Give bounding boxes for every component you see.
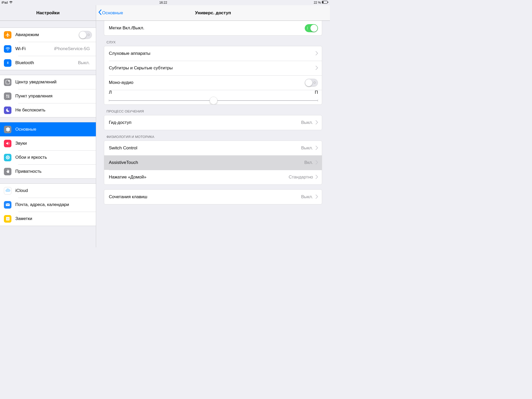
flower-icon bbox=[4, 154, 11, 161]
row-mono[interactable]: Моно-аудио bbox=[104, 75, 322, 90]
detail-title: Универс. доступ bbox=[96, 10, 330, 16]
row-labels[interactable]: Метки Вкл./Выкл. bbox=[104, 21, 322, 35]
sidebar-item-label: Авиарежим bbox=[15, 32, 79, 37]
detail-pane: Основные Универс. доступ Метки Вкл./Выкл… bbox=[96, 5, 330, 247]
audio-balance-slider-cell: ЛП bbox=[104, 90, 322, 104]
control-icon bbox=[4, 92, 11, 100]
sidebar-item-label: Центр уведомлений bbox=[15, 79, 92, 85]
sidebar-title: Настройки bbox=[0, 10, 96, 16]
row-label: Switch Control bbox=[109, 145, 301, 151]
sidebar-item-label: iCloud bbox=[15, 188, 92, 193]
sidebar-item-label: Пункт управления bbox=[15, 94, 92, 99]
sidebar-item-general[interactable]: Основные bbox=[0, 122, 96, 136]
svg-point-5 bbox=[6, 95, 8, 96]
row-subtitles[interactable]: Субтитры и Скрытые субтитры bbox=[104, 61, 322, 75]
sidebar-item-wallpaper[interactable]: Обои и яркость bbox=[0, 150, 96, 164]
row-switch[interactable]: Switch ControlВыкл. bbox=[104, 141, 322, 155]
row-guided[interactable]: Гид-доступВыкл. bbox=[104, 115, 322, 130]
sidebar-item-notif[interactable]: Центр уведомлений bbox=[0, 75, 96, 89]
row-label: Слуховые аппараты bbox=[109, 51, 315, 56]
row-home[interactable]: Нажатие «Домой»Стандартно bbox=[104, 170, 322, 184]
svg-point-13 bbox=[9, 157, 10, 158]
gear-icon bbox=[4, 126, 11, 133]
labels-toggle[interactable] bbox=[305, 24, 318, 32]
device-label: iPad bbox=[2, 1, 8, 4]
sidebar-item-dnd[interactable]: Не беспокоить bbox=[0, 103, 96, 117]
sidebar-item-bluetooth[interactable]: BluetoothВыкл. bbox=[0, 56, 96, 70]
balance-left-label: Л bbox=[109, 90, 112, 95]
row-value: Выкл. bbox=[301, 194, 313, 200]
chevron-right-icon bbox=[316, 50, 318, 57]
row-label: Моно-аудио bbox=[109, 80, 305, 85]
svg-rect-2 bbox=[328, 2, 328, 3]
row-label: Субтитры и Скрытые субтитры bbox=[109, 65, 315, 71]
back-button[interactable]: Основные bbox=[96, 9, 123, 16]
row-value: Выкл. bbox=[301, 145, 313, 151]
sidebar-item-label: Почта, адреса, календари bbox=[15, 202, 92, 207]
row-label: Сочетания клавиш bbox=[109, 194, 301, 200]
chevron-right-icon bbox=[316, 145, 318, 151]
battery-percent: 22 % bbox=[314, 1, 321, 4]
notif-icon bbox=[4, 78, 11, 86]
sidebar-item-control[interactable]: Пункт управления bbox=[0, 89, 96, 103]
row-value: Стандартно bbox=[289, 175, 313, 180]
settings-sidebar: Настройки АвиарежимWi-FiiPhoneService-5G… bbox=[0, 5, 96, 247]
airplane-icon bbox=[4, 31, 11, 39]
svg-point-12 bbox=[6, 157, 7, 158]
slider-thumb[interactable] bbox=[210, 97, 217, 104]
row-label: Метки Вкл./Выкл. bbox=[109, 25, 305, 31]
sidebar-item-label: Основные bbox=[15, 127, 92, 132]
sidebar-item-privacy[interactable]: Приватность bbox=[0, 164, 96, 178]
sidebar-item-notes[interactable]: Заметки bbox=[0, 212, 96, 226]
sidebar-item-icloud[interactable]: iCloud bbox=[0, 184, 96, 198]
sidebar-item-value: iPhoneService-5G bbox=[54, 46, 90, 51]
sidebar-scroll[interactable]: АвиарежимWi-FiiPhoneService-5GBluetoothВ… bbox=[0, 21, 96, 247]
sidebar-item-label: Не беспокоить bbox=[15, 108, 92, 113]
mail-icon bbox=[4, 201, 11, 209]
svg-point-11 bbox=[7, 158, 8, 159]
sidebar-item-airplane[interactable]: Авиарежим bbox=[0, 28, 96, 42]
mono-toggle[interactable] bbox=[305, 79, 318, 87]
detail-scroll[interactable]: Метки Вкл./Выкл.СЛУХСлуховые аппаратыСуб… bbox=[96, 21, 330, 247]
wifi-status-icon bbox=[9, 1, 13, 4]
clock: 16:22 bbox=[13, 1, 314, 4]
row-shortcut[interactable]: Сочетания клавишВыкл. bbox=[104, 190, 322, 204]
chevron-right-icon bbox=[316, 119, 318, 126]
airplane-toggle[interactable] bbox=[79, 31, 92, 39]
svg-point-4 bbox=[8, 80, 9, 82]
chevron-right-icon bbox=[316, 159, 318, 166]
sidebar-item-wifi[interactable]: Wi-FiiPhoneService-5G bbox=[0, 42, 96, 56]
sidebar-item-label: Приватность bbox=[15, 169, 92, 174]
cloud-icon bbox=[4, 187, 11, 195]
speaker-icon bbox=[4, 140, 11, 147]
sidebar-item-label: Заметки bbox=[15, 216, 92, 221]
chevron-right-icon bbox=[316, 174, 318, 181]
detail-navbar: Основные Универс. доступ bbox=[96, 5, 330, 21]
svg-point-14 bbox=[6, 156, 7, 157]
sidebar-item-sounds[interactable]: Звуки bbox=[0, 136, 96, 150]
moon-icon bbox=[4, 107, 11, 114]
balance-right-label: П bbox=[315, 90, 318, 95]
hand-icon bbox=[4, 168, 11, 175]
row-label: Гид-доступ bbox=[109, 120, 301, 125]
chevron-right-icon bbox=[316, 194, 318, 200]
sidebar-item-label: Обои и яркость bbox=[15, 155, 92, 160]
bluetooth-icon bbox=[4, 59, 11, 67]
sidebar-item-mail[interactable]: Почта, адреса, календари bbox=[0, 198, 96, 212]
svg-point-9 bbox=[7, 157, 8, 158]
row-label: AssistiveTouch bbox=[109, 160, 304, 165]
row-value: Вкл. bbox=[304, 160, 313, 165]
balance-slider[interactable] bbox=[109, 97, 318, 104]
back-chevron-icon bbox=[98, 9, 102, 16]
svg-rect-1 bbox=[322, 1, 323, 3]
sidebar-item-label: Звуки bbox=[15, 141, 92, 146]
row-assistive[interactable]: AssistiveTouchВкл. bbox=[104, 155, 322, 170]
section-header: ФИЗИОЛОГИЯ И МОТОРИКА bbox=[96, 135, 330, 141]
row-hearing[interactable]: Слуховые аппараты bbox=[104, 46, 322, 61]
row-value: Выкл. bbox=[301, 120, 313, 125]
sidebar-item-label: Wi-Fi bbox=[15, 46, 54, 51]
svg-point-15 bbox=[8, 156, 9, 157]
battery-icon bbox=[322, 1, 328, 4]
row-label: Нажатие «Домой» bbox=[109, 175, 289, 180]
svg-point-8 bbox=[8, 96, 9, 98]
